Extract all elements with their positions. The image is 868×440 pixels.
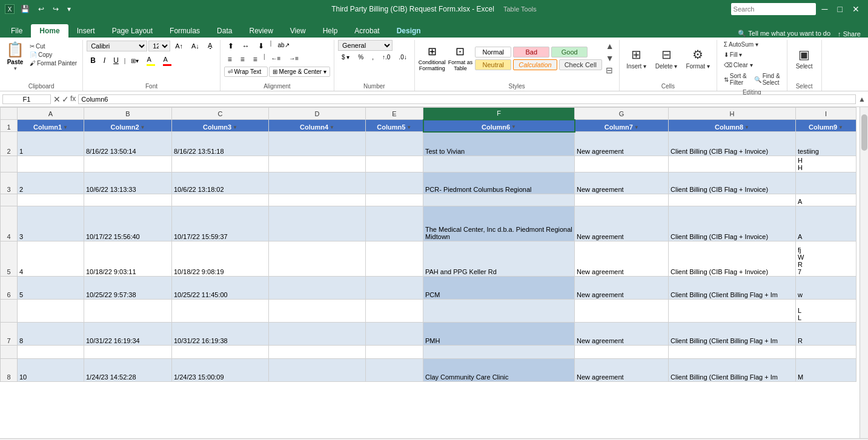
cell-B6b[interactable] — [84, 300, 172, 323]
cell-A3b[interactable] — [18, 194, 84, 206]
cell-C2b[interactable] — [172, 156, 269, 172]
cell-F8[interactable]: Clay Community Care Clinic — [423, 359, 575, 382]
name-box[interactable] — [2, 94, 51, 104]
cell-C7b[interactable] — [172, 346, 269, 359]
cell-G4[interactable]: New agreement — [575, 206, 669, 241]
underline-button[interactable]: U — [110, 54, 122, 67]
cell-H8[interactable]: Client Billing (Client Billing Flag + Im — [669, 359, 796, 382]
cell-B5[interactable]: 10/18/22 9:03:11 — [84, 241, 172, 277]
col-header-I[interactable]: I — [796, 108, 856, 120]
cell-F6[interactable]: PCM — [423, 277, 575, 300]
cell-A6b[interactable] — [18, 300, 84, 323]
cell-H5[interactable]: Client Billing (CIB Flag + Invoice) — [669, 241, 796, 277]
cell-I2b[interactable]: HH — [796, 156, 856, 172]
cell-E2b[interactable] — [366, 156, 423, 172]
delete-cells-button[interactable]: ⊟ Delete ▾ — [652, 40, 681, 76]
filter-A1[interactable]: ▼ — [63, 125, 68, 130]
col-header-C[interactable]: C — [172, 108, 269, 120]
cell-F7[interactable]: PMH — [423, 323, 575, 346]
align-top-button[interactable]: ⬆ — [224, 40, 237, 52]
percent-button[interactable]: % — [354, 52, 367, 62]
normal-style-button[interactable]: Normal — [475, 47, 511, 57]
cell-D1[interactable]: Column4 ▼ — [269, 120, 366, 132]
cell-F5[interactable]: PAH and PPG Keller Rd — [423, 241, 575, 277]
cell-D6b[interactable] — [269, 300, 366, 323]
cut-button[interactable]: ✂ Cut — [28, 42, 79, 50]
find-select-button[interactable]: 🔍 Find &Select — [751, 71, 783, 88]
filter-F1[interactable]: ▼ — [511, 124, 516, 130]
minimize-button[interactable]: ─ — [818, 3, 832, 15]
filter-I1[interactable]: ▼ — [838, 125, 843, 130]
cell-E3[interactable] — [366, 172, 423, 194]
confirm-formula-button[interactable]: ✓ — [62, 94, 69, 104]
align-bottom-button[interactable]: ⬇ — [254, 40, 268, 52]
save-qat-button[interactable]: 💾 — [18, 4, 32, 14]
filter-E1[interactable]: ▼ — [406, 125, 411, 130]
cell-H3[interactable]: Client Billing (CIB Flag + Invoice) — [669, 172, 796, 194]
currency-button[interactable]: $ ▾ — [338, 52, 353, 62]
font-color-button[interactable]: A — [159, 53, 175, 68]
cell-I8[interactable]: M — [796, 359, 856, 382]
align-right-button[interactable]: ≡ — [250, 53, 261, 65]
cell-H4[interactable]: Client Billing (CIB Flag + Invoice) — [669, 206, 796, 241]
tab-insert[interactable]: Insert — [68, 24, 104, 38]
tab-design[interactable]: Design — [388, 24, 429, 38]
bold-button[interactable]: B — [87, 54, 99, 67]
tab-file[interactable]: File — [2, 24, 31, 38]
neutral-style-button[interactable]: Neutral — [475, 59, 511, 70]
redo-qat-button[interactable]: ↪ — [50, 4, 61, 14]
cell-G6[interactable]: New agreement — [575, 277, 669, 300]
number-format-select[interactable]: General — [338, 40, 393, 51]
cell-B4[interactable]: 10/17/22 15:56:40 — [84, 206, 172, 241]
dec-dec-button[interactable]: .0↓ — [395, 52, 410, 62]
insert-cells-button[interactable]: ⊞ Insert ▾ — [623, 40, 650, 76]
cell-C6b[interactable] — [172, 300, 269, 323]
tab-view[interactable]: View — [282, 24, 314, 38]
cell-A5[interactable]: 4 — [18, 241, 84, 277]
bad-style-button[interactable]: Bad — [513, 47, 549, 57]
good-style-button[interactable]: Good — [551, 47, 588, 57]
format-painter-button[interactable]: 🖌 Format Painter — [28, 59, 79, 67]
conditional-format-btn[interactable]: ⊞ ConditionalFormatting — [419, 45, 446, 71]
filter-B1[interactable]: ▼ — [141, 125, 145, 130]
cell-C5[interactable]: 10/18/22 9:08:19 — [172, 241, 269, 277]
cell-D3b[interactable] — [269, 194, 366, 206]
cell-C1[interactable]: Column3 ▼ — [172, 120, 269, 132]
cell-A3[interactable]: 2 — [18, 172, 84, 194]
cell-G1[interactable]: Column7 ▼ — [575, 120, 669, 132]
vertical-scrollbar[interactable] — [860, 107, 868, 438]
tab-page-layout[interactable]: Page Layout — [104, 24, 161, 38]
undo-qat-button[interactable]: ↩ — [36, 4, 47, 14]
cell-B8[interactable]: 1/24/23 14:52:28 — [84, 359, 172, 382]
cell-G6b[interactable] — [575, 300, 669, 323]
filter-H1[interactable]: ▼ — [744, 125, 749, 130]
border-button[interactable]: ⊞▾ — [127, 56, 142, 66]
cell-H6b[interactable] — [669, 300, 796, 323]
restore-button[interactable]: □ — [834, 3, 846, 15]
col-header-F[interactable]: F — [423, 108, 575, 120]
cell-D4[interactable] — [269, 206, 366, 241]
indent-inc-button[interactable]: →≡ — [285, 53, 302, 65]
cell-H6[interactable]: Client Billing (Client Billing Flag + Im — [669, 277, 796, 300]
cell-A2b[interactable] — [18, 156, 84, 172]
tab-data[interactable]: Data — [208, 24, 240, 38]
cell-H3b[interactable] — [669, 194, 796, 206]
cell-E6[interactable] — [366, 277, 423, 300]
cell-I2[interactable]: testiing — [796, 132, 856, 156]
cell-C4[interactable]: 10/17/22 15:59:37 — [172, 206, 269, 241]
cell-F6b[interactable] — [423, 300, 575, 323]
cell-I4[interactable]: A — [796, 206, 856, 241]
autosum-button[interactable]: Σ AutoSum ▾ — [721, 40, 761, 49]
close-button[interactable]: ✕ — [849, 3, 863, 15]
sort-filter-button[interactable]: ⇅ Sort &Filter — [721, 71, 750, 88]
cell-E8[interactable] — [366, 359, 423, 382]
cell-A7b[interactable] — [18, 346, 84, 359]
cell-F7b[interactable] — [423, 346, 575, 359]
formula-input[interactable] — [78, 94, 856, 104]
cell-A7[interactable]: 8 — [18, 323, 84, 346]
cell-D5[interactable] — [269, 241, 366, 277]
text-angle-button[interactable]: ab↗ — [274, 40, 293, 52]
cell-H7[interactable]: Client Billing (Client Billing Flag + Im — [669, 323, 796, 346]
merge-center-button[interactable]: ⊞ Merge & Center ▾ — [269, 67, 330, 77]
filter-C1[interactable]: ▼ — [233, 125, 237, 130]
